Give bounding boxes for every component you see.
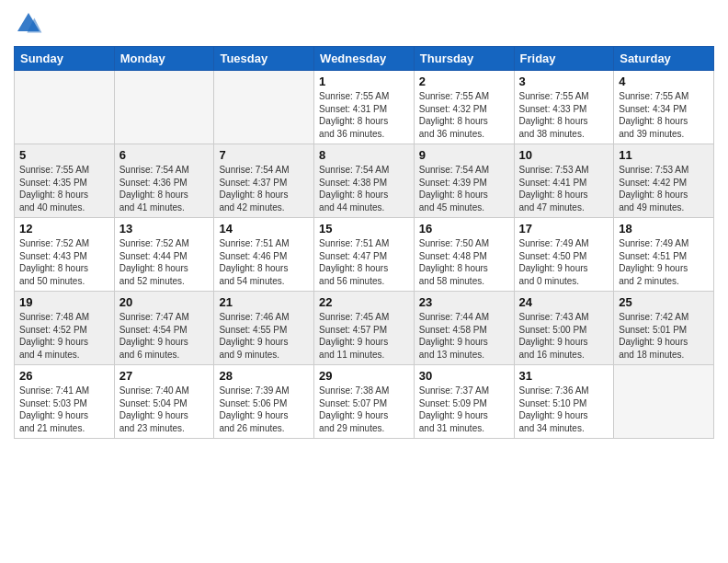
day-number: 6 (119, 148, 210, 162)
day-info: Sunrise: 7:46 AMSunset: 4:55 PMDaylight:… (219, 311, 309, 361)
calendar-cell: 8Sunrise: 7:54 AMSunset: 4:38 PMDaylight… (314, 144, 415, 218)
day-info: Sunrise: 7:55 AMSunset: 4:33 PMDaylight:… (519, 90, 609, 140)
day-info: Sunrise: 7:37 AMSunset: 5:09 PMDaylight:… (419, 385, 509, 434)
day-number: 4 (619, 75, 709, 88)
day-info: Sunrise: 7:41 AMSunset: 5:03 PMDaylight:… (19, 385, 109, 434)
day-number: 26 (19, 369, 109, 383)
calendar-cell: 13Sunrise: 7:52 AMSunset: 4:44 PMDayligh… (114, 218, 214, 292)
page-container: SundayMondayTuesdayWednesdayThursdayFrid… (0, 0, 728, 448)
calendar-cell: 2Sunrise: 7:55 AMSunset: 4:32 PMDaylight… (414, 71, 514, 144)
calendar-week-row: 26Sunrise: 7:41 AMSunset: 5:03 PMDayligh… (15, 365, 714, 439)
day-number: 9 (419, 148, 509, 162)
calendar-cell: 15Sunrise: 7:51 AMSunset: 4:47 PMDayligh… (314, 218, 415, 292)
calendar-cell: 29Sunrise: 7:38 AMSunset: 5:07 PMDayligh… (314, 365, 415, 439)
calendar-week-row: 19Sunrise: 7:48 AMSunset: 4:52 PMDayligh… (15, 292, 714, 365)
day-info: Sunrise: 7:36 AMSunset: 5:10 PMDaylight:… (519, 385, 609, 434)
calendar-week-row: 12Sunrise: 7:52 AMSunset: 4:43 PMDayligh… (15, 218, 714, 292)
calendar-cell: 1Sunrise: 7:55 AMSunset: 4:31 PMDaylight… (314, 71, 415, 144)
calendar-cell: 28Sunrise: 7:39 AMSunset: 5:06 PMDayligh… (214, 365, 314, 439)
day-number: 8 (319, 148, 409, 162)
day-info: Sunrise: 7:52 AMSunset: 4:43 PMDaylight:… (19, 237, 109, 287)
day-number: 30 (419, 369, 509, 383)
day-info: Sunrise: 7:48 AMSunset: 4:52 PMDaylight:… (19, 311, 109, 361)
day-info: Sunrise: 7:42 AMSunset: 5:01 PMDaylight:… (619, 311, 709, 361)
day-info: Sunrise: 7:51 AMSunset: 4:46 PMDaylight:… (219, 237, 309, 287)
day-info: Sunrise: 7:45 AMSunset: 4:57 PMDaylight:… (319, 311, 409, 361)
calendar-cell: 24Sunrise: 7:43 AMSunset: 5:00 PMDayligh… (514, 292, 614, 365)
day-number: 1 (319, 75, 409, 88)
calendar-cell (614, 365, 714, 439)
calendar-cell: 31Sunrise: 7:36 AMSunset: 5:10 PMDayligh… (514, 365, 614, 439)
weekday-header-sunday: Sunday (15, 47, 115, 71)
day-info: Sunrise: 7:54 AMSunset: 4:37 PMDaylight:… (219, 164, 309, 213)
calendar-cell: 12Sunrise: 7:52 AMSunset: 4:43 PMDayligh… (15, 218, 115, 292)
calendar-cell: 9Sunrise: 7:54 AMSunset: 4:39 PMDaylight… (414, 144, 514, 218)
calendar-cell: 10Sunrise: 7:53 AMSunset: 4:41 PMDayligh… (514, 144, 614, 218)
day-number: 17 (519, 222, 609, 236)
day-number: 18 (619, 222, 709, 236)
weekday-header-friday: Friday (514, 47, 614, 71)
day-number: 16 (419, 222, 509, 236)
calendar-week-row: 5Sunrise: 7:55 AMSunset: 4:35 PMDaylight… (15, 144, 714, 218)
day-number: 21 (219, 295, 309, 309)
calendar-cell: 17Sunrise: 7:49 AMSunset: 4:50 PMDayligh… (514, 218, 614, 292)
day-info: Sunrise: 7:51 AMSunset: 4:47 PMDaylight:… (319, 237, 409, 287)
calendar-cell: 14Sunrise: 7:51 AMSunset: 4:46 PMDayligh… (214, 218, 314, 292)
calendar-cell: 6Sunrise: 7:54 AMSunset: 4:36 PMDaylight… (114, 144, 214, 218)
calendar-cell: 20Sunrise: 7:47 AMSunset: 4:54 PMDayligh… (114, 292, 214, 365)
day-info: Sunrise: 7:49 AMSunset: 4:50 PMDaylight:… (519, 237, 609, 287)
calendar-cell: 7Sunrise: 7:54 AMSunset: 4:37 PMDaylight… (214, 144, 314, 218)
weekday-header-monday: Monday (114, 47, 214, 71)
calendar-cell: 23Sunrise: 7:44 AMSunset: 4:58 PMDayligh… (414, 292, 514, 365)
calendar-cell: 4Sunrise: 7:55 AMSunset: 4:34 PMDaylight… (614, 71, 714, 144)
day-info: Sunrise: 7:47 AMSunset: 4:54 PMDaylight:… (119, 311, 210, 361)
day-number: 24 (519, 295, 609, 309)
day-info: Sunrise: 7:43 AMSunset: 5:00 PMDaylight:… (519, 311, 609, 361)
day-number: 14 (219, 222, 309, 236)
calendar-cell: 11Sunrise: 7:53 AMSunset: 4:42 PMDayligh… (614, 144, 714, 218)
weekday-header-wednesday: Wednesday (314, 47, 415, 71)
day-number: 10 (519, 148, 609, 162)
calendar-cell: 5Sunrise: 7:55 AMSunset: 4:35 PMDaylight… (15, 144, 115, 218)
calendar-cell: 22Sunrise: 7:45 AMSunset: 4:57 PMDayligh… (314, 292, 415, 365)
day-info: Sunrise: 7:39 AMSunset: 5:06 PMDaylight:… (219, 385, 309, 434)
day-number: 27 (119, 369, 210, 383)
weekday-header-saturday: Saturday (614, 47, 714, 71)
day-info: Sunrise: 7:49 AMSunset: 4:51 PMDaylight:… (619, 237, 709, 287)
day-number: 15 (319, 222, 409, 236)
day-info: Sunrise: 7:50 AMSunset: 4:48 PMDaylight:… (419, 237, 509, 287)
day-number: 7 (219, 148, 309, 162)
calendar-cell: 30Sunrise: 7:37 AMSunset: 5:09 PMDayligh… (414, 365, 514, 439)
weekday-header-tuesday: Tuesday (214, 47, 314, 71)
calendar-cell: 3Sunrise: 7:55 AMSunset: 4:33 PMDaylight… (514, 71, 614, 144)
page-header (14, 9, 714, 39)
day-number: 12 (19, 222, 109, 236)
day-number: 23 (419, 295, 509, 309)
day-number: 11 (619, 148, 709, 162)
day-info: Sunrise: 7:44 AMSunset: 4:58 PMDaylight:… (419, 311, 509, 361)
day-number: 28 (219, 369, 309, 383)
day-info: Sunrise: 7:55 AMSunset: 4:32 PMDaylight:… (419, 90, 509, 140)
day-info: Sunrise: 7:40 AMSunset: 5:04 PMDaylight:… (119, 385, 210, 434)
day-number: 2 (419, 75, 509, 88)
day-number: 3 (519, 75, 609, 88)
logo (14, 9, 47, 39)
day-info: Sunrise: 7:53 AMSunset: 4:41 PMDaylight:… (519, 164, 609, 213)
day-info: Sunrise: 7:54 AMSunset: 4:39 PMDaylight:… (419, 164, 509, 213)
weekday-header-thursday: Thursday (414, 47, 514, 71)
day-number: 22 (319, 295, 409, 309)
day-info: Sunrise: 7:55 AMSunset: 4:35 PMDaylight:… (19, 164, 109, 213)
calendar-cell: 19Sunrise: 7:48 AMSunset: 4:52 PMDayligh… (15, 292, 115, 365)
calendar-cell: 21Sunrise: 7:46 AMSunset: 4:55 PMDayligh… (214, 292, 314, 365)
calendar-cell: 25Sunrise: 7:42 AMSunset: 5:01 PMDayligh… (614, 292, 714, 365)
calendar-cell (15, 71, 115, 144)
day-number: 25 (619, 295, 709, 309)
day-number: 29 (319, 369, 409, 383)
day-info: Sunrise: 7:53 AMSunset: 4:42 PMDaylight:… (619, 164, 709, 213)
day-info: Sunrise: 7:52 AMSunset: 4:44 PMDaylight:… (119, 237, 210, 287)
day-info: Sunrise: 7:54 AMSunset: 4:38 PMDaylight:… (319, 164, 409, 213)
day-number: 20 (119, 295, 210, 309)
calendar-cell (214, 71, 314, 144)
day-info: Sunrise: 7:54 AMSunset: 4:36 PMDaylight:… (119, 164, 210, 213)
calendar-cell (114, 71, 214, 144)
